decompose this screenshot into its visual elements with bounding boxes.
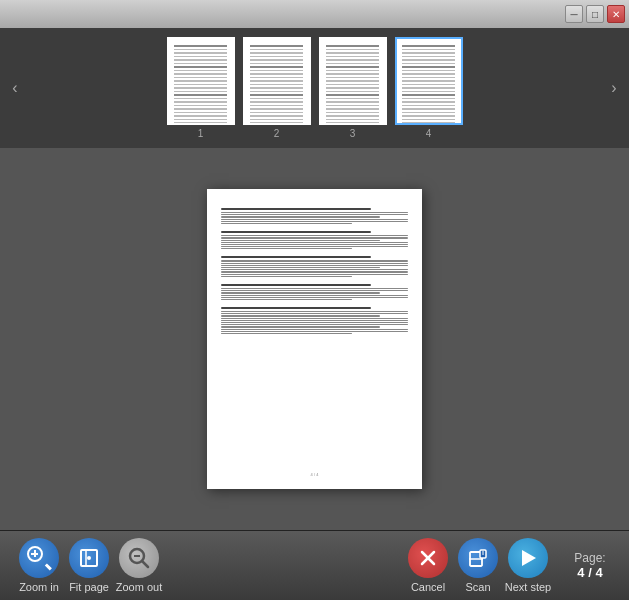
thumbnail-3[interactable]: 3 (319, 37, 387, 139)
thumbnail-4-label: 4 (426, 128, 432, 139)
thumbnail-2-image (243, 37, 311, 125)
cancel-label: Cancel (411, 581, 445, 593)
next-step-label: Next step (505, 581, 551, 593)
doc-section-3 (221, 256, 371, 258)
next-step-button[interactable]: Next step (503, 538, 553, 593)
zoom-in-icon-circle (19, 538, 59, 578)
zoom-out-icon (127, 546, 151, 570)
doc-section-4 (221, 284, 371, 286)
doc-block-5 (221, 311, 408, 334)
thumbnail-1[interactable]: 1 (167, 37, 235, 139)
cancel-icon-circle (408, 538, 448, 578)
zoom-in-label: Zoom in (19, 581, 59, 593)
page-value: 4 / 4 (577, 565, 602, 580)
scan-icon-circle (458, 538, 498, 578)
thumbnail-3-label: 3 (350, 128, 356, 139)
restore-button[interactable]: □ (586, 5, 604, 23)
zoom-out-label: Zoom out (116, 581, 162, 593)
page-label: Page: (574, 551, 605, 565)
doc-section-1 (221, 208, 371, 210)
thumbnail-3-image (319, 37, 387, 125)
doc-section-5 (221, 307, 371, 309)
thumbnail-1-label: 1 (198, 128, 204, 139)
next-thumbnail-button[interactable]: › (603, 77, 625, 99)
bottom-toolbar: Zoom in Fit page Zoom out (0, 530, 629, 600)
thumbnail-2[interactable]: 2 (243, 37, 311, 139)
scan-button[interactable]: Scan (453, 538, 503, 593)
doc-block-1 (221, 212, 408, 224)
svg-point-2 (87, 556, 91, 560)
fit-page-icon-circle (69, 538, 109, 578)
thumbnail-4-image (395, 37, 463, 125)
doc-block-4 (221, 288, 408, 300)
thumbnails-container: 1 (26, 37, 603, 139)
thumbnail-2-label: 2 (274, 128, 280, 139)
next-step-icon-circle (508, 538, 548, 578)
document-area: 4 / 4 (0, 148, 629, 530)
zoom-out-button[interactable]: Zoom out (114, 538, 164, 593)
close-button[interactable]: ✕ (607, 5, 625, 23)
page-info: Page: 4 / 4 (565, 551, 615, 580)
minimize-button[interactable]: ─ (565, 5, 583, 23)
thumbnail-strip: ‹ (0, 28, 629, 148)
magnifier-handle (45, 563, 52, 570)
fit-page-icon (77, 546, 101, 570)
cancel-icon (416, 546, 440, 570)
zoom-in-icon (27, 546, 51, 570)
thumbnail-4[interactable]: 4 (395, 37, 463, 139)
zoom-in-button[interactable]: Zoom in (14, 538, 64, 593)
plus-horizontal (31, 553, 38, 555)
fit-page-button[interactable]: Fit page (64, 538, 114, 593)
svg-marker-13 (522, 550, 536, 566)
doc-section-2 (221, 231, 371, 233)
window-controls: ─ □ ✕ (565, 5, 625, 23)
next-step-icon (516, 546, 540, 570)
zoom-out-icon-circle (119, 538, 159, 578)
doc-block-3 (221, 260, 408, 277)
scan-label: Scan (465, 581, 490, 593)
svg-line-4 (142, 561, 148, 567)
prev-thumbnail-button[interactable]: ‹ (4, 77, 26, 99)
fit-page-label: Fit page (69, 581, 109, 593)
title-bar: ─ □ ✕ (0, 0, 629, 28)
active-indicator (421, 123, 437, 125)
document-page: 4 / 4 (207, 189, 422, 489)
doc-block-2 (221, 235, 408, 249)
scan-icon (466, 546, 490, 570)
cancel-button[interactable]: Cancel (403, 538, 453, 593)
doc-page-number: 4 / 4 (221, 472, 408, 477)
thumbnail-1-image (167, 37, 235, 125)
